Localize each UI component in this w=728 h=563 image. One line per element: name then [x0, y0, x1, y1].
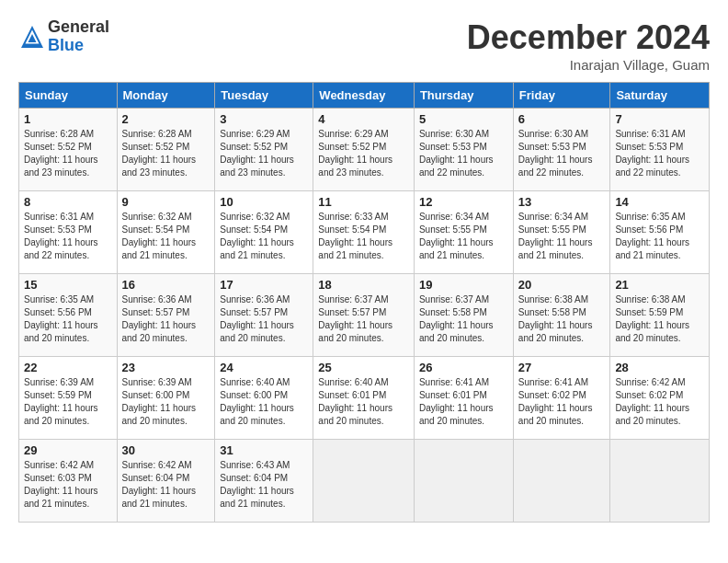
day-info: Sunrise: 6:41 AMSunset: 6:01 PMDaylight:… [419, 377, 494, 426]
calendar-cell: 2 Sunrise: 6:28 AMSunset: 5:52 PMDayligh… [117, 109, 215, 191]
day-info: Sunrise: 6:33 AMSunset: 5:54 PMDaylight:… [318, 212, 392, 260]
calendar-week-row: 29 Sunrise: 6:42 AMSunset: 6:03 PMDaylig… [19, 440, 710, 523]
calendar-cell: 6 Sunrise: 6:30 AMSunset: 5:53 PMDayligh… [513, 109, 610, 191]
calendar-week-row: 8 Sunrise: 6:31 AMSunset: 5:53 PMDayligh… [19, 191, 710, 274]
day-number: 26 [419, 361, 508, 374]
day-number: 25 [318, 361, 409, 374]
day-number: 4 [318, 112, 409, 126]
page-header: General Blue December 2024 Inarajan Vill… [18, 18, 710, 73]
day-number: 3 [220, 112, 308, 126]
day-number: 20 [518, 278, 606, 292]
calendar-cell: 20 Sunrise: 6:38 AMSunset: 5:58 PMDaylig… [513, 274, 610, 357]
col-saturday: Saturday [610, 83, 710, 109]
calendar-header-row: Sunday Monday Tuesday Wednesday Thursday… [19, 83, 710, 109]
day-number: 22 [24, 361, 112, 374]
calendar-cell: 1 Sunrise: 6:28 AMSunset: 5:52 PMDayligh… [19, 109, 118, 191]
day-info: Sunrise: 6:41 AMSunset: 6:02 PMDaylight:… [518, 377, 593, 426]
day-number: 13 [518, 195, 606, 209]
day-info: Sunrise: 6:29 AMSunset: 5:52 PMDaylight:… [220, 129, 294, 178]
day-number: 17 [220, 278, 308, 292]
logo-blue-text: Blue [48, 37, 109, 55]
day-info: Sunrise: 6:31 AMSunset: 5:53 PMDaylight:… [24, 212, 98, 260]
day-number: 31 [220, 443, 308, 457]
day-number: 23 [122, 361, 210, 374]
day-info: Sunrise: 6:34 AMSunset: 5:55 PMDaylight:… [419, 212, 494, 260]
day-info: Sunrise: 6:35 AMSunset: 5:56 PMDaylight:… [24, 294, 98, 343]
day-number: 2 [122, 112, 210, 126]
calendar-cell: 16 Sunrise: 6:36 AMSunset: 5:57 PMDaylig… [117, 274, 215, 357]
day-info: Sunrise: 6:35 AMSunset: 5:56 PMDaylight:… [615, 212, 689, 260]
calendar-cell: 29 Sunrise: 6:42 AMSunset: 6:03 PMDaylig… [19, 440, 118, 523]
calendar-cell: 7 Sunrise: 6:31 AMSunset: 5:53 PMDayligh… [610, 109, 710, 191]
calendar-cell: 14 Sunrise: 6:35 AMSunset: 5:56 PMDaylig… [610, 191, 710, 274]
title-block: December 2024 Inarajan Village, Guam [467, 18, 710, 73]
calendar-cell: 11 Sunrise: 6:33 AMSunset: 5:54 PMDaylig… [313, 191, 415, 274]
calendar-cell: 24 Sunrise: 6:40 AMSunset: 6:00 PMDaylig… [215, 357, 313, 440]
day-info: Sunrise: 6:40 AMSunset: 6:00 PMDaylight:… [220, 377, 294, 426]
col-wednesday: Wednesday [313, 83, 415, 109]
calendar-cell: 26 Sunrise: 6:41 AMSunset: 6:01 PMDaylig… [414, 357, 513, 440]
calendar-week-row: 22 Sunrise: 6:39 AMSunset: 5:59 PMDaylig… [19, 357, 710, 440]
day-info: Sunrise: 6:38 AMSunset: 5:58 PMDaylight:… [518, 294, 593, 343]
calendar-cell: 19 Sunrise: 6:37 AMSunset: 5:58 PMDaylig… [414, 274, 513, 357]
calendar-cell: 12 Sunrise: 6:34 AMSunset: 5:55 PMDaylig… [414, 191, 513, 274]
day-number: 24 [220, 361, 308, 374]
day-number: 28 [615, 361, 704, 374]
calendar-cell: 30 Sunrise: 6:42 AMSunset: 6:04 PMDaylig… [117, 440, 215, 523]
day-info: Sunrise: 6:28 AMSunset: 5:52 PMDaylight:… [24, 129, 98, 178]
day-info: Sunrise: 6:32 AMSunset: 5:54 PMDaylight:… [122, 212, 197, 260]
month-title: December 2024 [467, 18, 710, 57]
day-number: 29 [24, 443, 112, 457]
day-number: 11 [318, 195, 409, 209]
calendar-cell: 21 Sunrise: 6:38 AMSunset: 5:59 PMDaylig… [610, 274, 710, 357]
day-info: Sunrise: 6:37 AMSunset: 5:58 PMDaylight:… [419, 294, 494, 343]
day-number: 9 [122, 195, 210, 209]
day-number: 12 [419, 195, 508, 209]
calendar-cell: 9 Sunrise: 6:32 AMSunset: 5:54 PMDayligh… [117, 191, 215, 274]
day-info: Sunrise: 6:38 AMSunset: 5:59 PMDaylight:… [615, 294, 689, 343]
day-info: Sunrise: 6:32 AMSunset: 5:54 PMDaylight:… [220, 212, 294, 260]
day-info: Sunrise: 6:34 AMSunset: 5:55 PMDaylight:… [518, 212, 593, 260]
day-info: Sunrise: 6:36 AMSunset: 5:57 PMDaylight:… [122, 294, 197, 343]
col-tuesday: Tuesday [215, 83, 313, 109]
col-thursday: Thursday [414, 83, 513, 109]
day-info: Sunrise: 6:29 AMSunset: 5:52 PMDaylight:… [318, 129, 392, 178]
day-number: 19 [419, 278, 508, 292]
calendar-cell: 3 Sunrise: 6:29 AMSunset: 5:52 PMDayligh… [215, 109, 313, 191]
calendar-cell: 22 Sunrise: 6:39 AMSunset: 5:59 PMDaylig… [19, 357, 118, 440]
calendar-cell: 18 Sunrise: 6:37 AMSunset: 5:57 PMDaylig… [313, 274, 415, 357]
logo-general-text: General [48, 18, 109, 37]
col-sunday: Sunday [19, 83, 118, 109]
day-number: 7 [615, 112, 704, 126]
calendar-cell [414, 440, 513, 523]
calendar-cell: 17 Sunrise: 6:36 AMSunset: 5:57 PMDaylig… [215, 274, 313, 357]
day-info: Sunrise: 6:43 AMSunset: 6:04 PMDaylight:… [220, 460, 294, 509]
day-number: 14 [615, 195, 704, 209]
day-number: 6 [518, 112, 606, 126]
day-number: 27 [518, 361, 606, 374]
calendar-table: Sunday Monday Tuesday Wednesday Thursday… [18, 82, 710, 523]
location-text: Inarajan Village, Guam [467, 57, 710, 73]
logo-icon [18, 23, 46, 51]
day-number: 1 [24, 112, 112, 126]
calendar-cell: 13 Sunrise: 6:34 AMSunset: 5:55 PMDaylig… [513, 191, 610, 274]
calendar-cell: 15 Sunrise: 6:35 AMSunset: 5:56 PMDaylig… [19, 274, 118, 357]
day-number: 8 [24, 195, 112, 209]
logo: General Blue [18, 18, 109, 55]
day-info: Sunrise: 6:42 AMSunset: 6:02 PMDaylight:… [615, 377, 689, 426]
calendar-cell: 31 Sunrise: 6:43 AMSunset: 6:04 PMDaylig… [215, 440, 313, 523]
day-number: 16 [122, 278, 210, 292]
calendar-cell [513, 440, 610, 523]
calendar-cell: 27 Sunrise: 6:41 AMSunset: 6:02 PMDaylig… [513, 357, 610, 440]
day-info: Sunrise: 6:31 AMSunset: 5:53 PMDaylight:… [615, 129, 689, 178]
col-monday: Monday [117, 83, 215, 109]
day-info: Sunrise: 6:40 AMSunset: 6:01 PMDaylight:… [318, 377, 392, 426]
day-number: 5 [419, 112, 508, 126]
col-friday: Friday [513, 83, 610, 109]
day-info: Sunrise: 6:39 AMSunset: 6:00 PMDaylight:… [122, 377, 197, 426]
day-info: Sunrise: 6:30 AMSunset: 5:53 PMDaylight:… [419, 129, 494, 178]
calendar-cell: 4 Sunrise: 6:29 AMSunset: 5:52 PMDayligh… [313, 109, 415, 191]
day-info: Sunrise: 6:39 AMSunset: 5:59 PMDaylight:… [24, 377, 98, 426]
day-info: Sunrise: 6:30 AMSunset: 5:53 PMDaylight:… [518, 129, 593, 178]
calendar-week-row: 1 Sunrise: 6:28 AMSunset: 5:52 PMDayligh… [19, 109, 710, 191]
